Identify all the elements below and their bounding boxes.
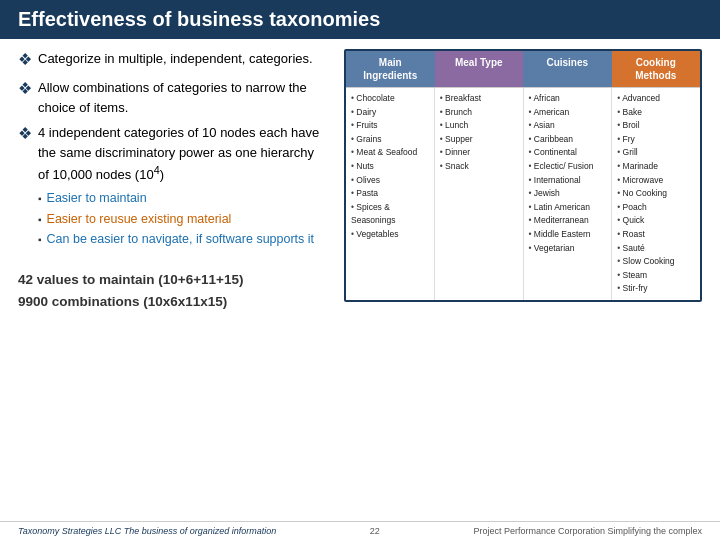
footer-right: Project Performance Corporation Simplify… <box>473 526 702 536</box>
footer-left: Taxonomy Strategies LLC The business of … <box>18 526 276 536</box>
list-item: Advanced <box>617 92 695 106</box>
list-item: Roast <box>617 228 695 242</box>
list-item: Caribbean <box>529 133 607 147</box>
bullet-marker-3: ❖ <box>18 122 32 251</box>
list-item: Microwave <box>617 174 695 188</box>
list-item: Pasta <box>351 187 429 201</box>
list-item: Snack <box>440 160 518 174</box>
list-item: International <box>529 174 607 188</box>
list-item: Mediterranean <box>529 214 607 228</box>
list-item: Olives <box>351 174 429 188</box>
list-item: Fry <box>617 133 695 147</box>
bullet-list: ❖ Categorize in multiple, independent, c… <box>18 49 328 257</box>
list-item: No Cooking <box>617 187 695 201</box>
list-item: Steam <box>617 269 695 283</box>
sub-bullet-text-1: Easier to maintain <box>47 189 147 208</box>
page-header: Effectiveness of business taxonomies <box>0 0 720 39</box>
list-item: Dinner <box>440 146 518 160</box>
sub-bullet-1: ▪ Easier to maintain <box>38 189 328 208</box>
page: Effectiveness of business taxonomies ❖ C… <box>0 0 720 540</box>
cuisines-list: African American Asian Caribbean Contine… <box>529 92 607 255</box>
stats-section: 42 values to maintain (10+6+11+15) 9900 … <box>18 269 328 312</box>
col-body-cooking-methods: Advanced Bake Broil Fry Grill Marinade M… <box>612 88 700 300</box>
list-item: Asian <box>529 119 607 133</box>
list-item: Bake <box>617 106 695 120</box>
sub-bullet-text-2: Easier to reusue existing material <box>47 210 232 229</box>
list-item: American <box>529 106 607 120</box>
sub-bullet-list: ▪ Easier to maintain ▪ Easier to reusue … <box>38 189 328 249</box>
list-item: Vegetables <box>351 228 429 242</box>
taxonomy-table: MainIngredients Meal Type Cuisines Cooki… <box>344 49 702 302</box>
list-item: Jewish <box>529 187 607 201</box>
bullet-marker-2: ❖ <box>18 77 32 117</box>
table-header-row: MainIngredients Meal Type Cuisines Cooki… <box>346 51 700 87</box>
list-item: Grill <box>617 146 695 160</box>
main-content: ❖ Categorize in multiple, independent, c… <box>0 39 720 521</box>
sub-bullet-marker-1: ▪ <box>38 191 42 206</box>
list-item: Chocolate <box>351 92 429 106</box>
list-item: Poach <box>617 201 695 215</box>
stat-line-2: 9900 combinations (10x6x11x15) <box>18 291 328 313</box>
list-item: Eclectic/ Fusion <box>529 160 607 174</box>
main-ingredients-list: Chocolate Dairy Fruits Grains Meat & Sea… <box>351 92 429 242</box>
left-column: ❖ Categorize in multiple, independent, c… <box>18 49 328 515</box>
footer: Taxonomy Strategies LLC The business of … <box>0 521 720 540</box>
list-item: African <box>529 92 607 106</box>
list-item: Slow Cooking <box>617 255 695 269</box>
col-header-cuisines: Cuisines <box>523 51 612 87</box>
list-item: Spices & Seasonings <box>351 201 429 228</box>
list-item: Fruits <box>351 119 429 133</box>
list-item: Supper <box>440 133 518 147</box>
sub-bullet-marker-3: ▪ <box>38 232 42 247</box>
sub-bullet-2: ▪ Easier to reusue existing material <box>38 210 328 229</box>
bullet-item-1: ❖ Categorize in multiple, independent, c… <box>18 49 328 72</box>
sub-bullet-marker-2: ▪ <box>38 212 42 227</box>
page-title: Effectiveness of business taxonomies <box>18 8 380 30</box>
list-item: Nuts <box>351 160 429 174</box>
col-header-meal-type: Meal Type <box>435 51 524 87</box>
list-item: Dairy <box>351 106 429 120</box>
table-body-row: Chocolate Dairy Fruits Grains Meat & Sea… <box>346 87 700 300</box>
list-item: Stir-fry <box>617 282 695 296</box>
list-item: Continental <box>529 146 607 160</box>
bullet-text-3: 4 independent categories of 10 nodes eac… <box>38 125 319 182</box>
list-item: Marinade <box>617 160 695 174</box>
list-item: Sauté <box>617 242 695 256</box>
sub-bullet-3: ▪ Can be easier to navigate, if software… <box>38 230 328 249</box>
sub-bullet-text-3: Can be easier to navigate, if software s… <box>47 230 315 249</box>
list-item: Brunch <box>440 106 518 120</box>
footer-page-number: 22 <box>370 526 380 536</box>
col-body-meal-type: Breakfast Brunch Lunch Supper Dinner Sna… <box>435 88 524 300</box>
bullet-text-2: Allow combinations of categories to narr… <box>38 78 328 117</box>
meal-type-list: Breakfast Brunch Lunch Supper Dinner Sna… <box>440 92 518 174</box>
list-item: Middle Eastern <box>529 228 607 242</box>
list-item: Latin American <box>529 201 607 215</box>
list-item: Grains <box>351 133 429 147</box>
col-header-main-ingredients: MainIngredients <box>346 51 435 87</box>
bullet-content-3: 4 independent categories of 10 nodes eac… <box>38 123 328 251</box>
bullet-item-3: ❖ 4 independent categories of 10 nodes e… <box>18 123 328 251</box>
col-body-cuisines: African American Asian Caribbean Contine… <box>524 88 613 300</box>
list-item: Lunch <box>440 119 518 133</box>
list-item: Broil <box>617 119 695 133</box>
bullet-text-1: Categorize in multiple, independent, cat… <box>38 49 313 72</box>
bullet-item-2: ❖ Allow combinations of categories to na… <box>18 78 328 117</box>
list-item: Meat & Seafood <box>351 146 429 160</box>
col-header-cooking-methods: CookingMethods <box>612 51 701 87</box>
right-column: MainIngredients Meal Type Cuisines Cooki… <box>344 49 702 515</box>
col-body-main-ingredients: Chocolate Dairy Fruits Grains Meat & Sea… <box>346 88 435 300</box>
stat-line-1: 42 values to maintain (10+6+11+15) <box>18 269 328 291</box>
list-item: Breakfast <box>440 92 518 106</box>
list-item: Vegetarian <box>529 242 607 256</box>
cooking-methods-list: Advanced Bake Broil Fry Grill Marinade M… <box>617 92 695 296</box>
bullet-marker-1: ❖ <box>18 48 32 72</box>
list-item: Quick <box>617 214 695 228</box>
